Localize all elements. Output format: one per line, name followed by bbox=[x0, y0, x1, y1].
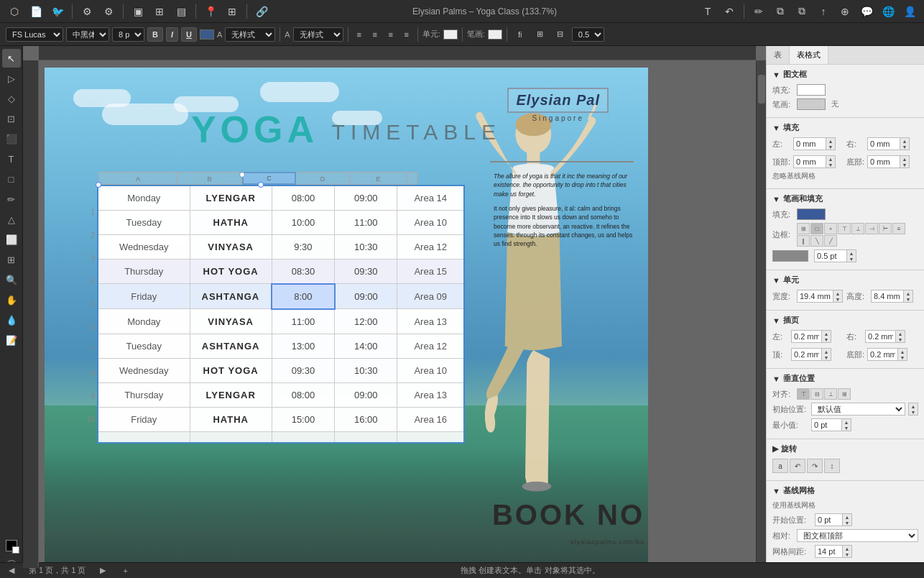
cell-height-down[interactable]: ▼ bbox=[904, 296, 913, 302]
font-size-select[interactable]: 8 pt bbox=[112, 27, 144, 42]
cell-area[interactable]: Area 15 bbox=[397, 259, 464, 284]
rot-flip[interactable]: ↕ bbox=[824, 459, 840, 473]
border-top[interactable]: ⊤ bbox=[838, 223, 851, 234]
border-left[interactable]: ⊣ bbox=[865, 223, 878, 234]
cell-day[interactable]: Wednesday bbox=[98, 234, 190, 259]
inset-top-spinners[interactable]: ▲ ▼ bbox=[821, 348, 831, 361]
valign-justify[interactable]: ⊞ bbox=[838, 388, 851, 400]
view-icon[interactable]: ▣ bbox=[129, 3, 147, 20]
pad-right-input[interactable]: ▲ ▼ bbox=[867, 137, 910, 150]
cell-start[interactable]: 08:30 bbox=[272, 259, 334, 284]
para-style-select[interactable]: 无样式 bbox=[225, 27, 275, 42]
cell-area[interactable]: Area 14 bbox=[397, 185, 464, 211]
ref-down[interactable]: ▼ bbox=[909, 409, 918, 415]
border-outer[interactable]: □ bbox=[810, 223, 823, 234]
stroke-color[interactable] bbox=[488, 29, 502, 40]
inset-bottom-down[interactable]: ▼ bbox=[898, 354, 907, 360]
min-down[interactable]: ▼ bbox=[842, 425, 851, 431]
tab-table-format[interactable]: 表格式 bbox=[790, 46, 828, 64]
opentype-icon[interactable]: fi bbox=[512, 26, 529, 43]
pad-top-spinners[interactable]: ▲ ▼ bbox=[826, 155, 836, 168]
grid-interval-input[interactable]: ▲ ▼ bbox=[815, 545, 852, 558]
pad-right-up[interactable]: ▲ bbox=[900, 138, 909, 144]
format-icon[interactable]: ⊟ bbox=[552, 26, 569, 43]
prev-page-btn[interactable]: ◀ bbox=[6, 566, 17, 575]
fs-stroke-up[interactable]: ▲ bbox=[847, 250, 856, 256]
scrollbar-vertical[interactable] bbox=[756, 60, 766, 568]
grid-rel-select[interactable]: 图文框顶部 bbox=[797, 529, 918, 542]
justify-icon[interactable]: ≡ bbox=[384, 28, 397, 41]
app-logo[interactable]: ⬡ bbox=[6, 3, 23, 20]
cell-height-up[interactable]: ▲ bbox=[904, 290, 913, 296]
cell-class[interactable]: LYENGAR bbox=[190, 382, 272, 407]
cell-day[interactable]: Monday bbox=[98, 185, 190, 211]
cell-height-input[interactable]: ▲ ▼ bbox=[871, 290, 913, 303]
tool-note[interactable]: 📝 bbox=[2, 331, 21, 349]
align-right-icon[interactable]: ≡ bbox=[400, 28, 413, 41]
file-icon[interactable]: 📄 bbox=[27, 3, 45, 20]
table-row[interactable]: MondayLYENGAR08:0009:00Area 14 bbox=[98, 185, 464, 211]
tool-pen[interactable]: ✏ bbox=[2, 190, 21, 208]
link-icon[interactable]: 🔗 bbox=[253, 3, 270, 20]
next-page-btn[interactable]: ▶ bbox=[97, 566, 108, 575]
table-row[interactable]: WednesdayVINYASA9:3010:30Area 12 bbox=[98, 234, 464, 259]
tool-hand[interactable]: ✋ bbox=[2, 290, 21, 309]
col-resize-handle[interactable] bbox=[239, 172, 245, 178]
unit-color[interactable] bbox=[443, 29, 458, 40]
border-right[interactable]: ⊢ bbox=[879, 223, 892, 234]
inset-bottom-spinners[interactable]: ▲ ▼ bbox=[897, 348, 907, 361]
user-icon[interactable]: 👤 bbox=[901, 3, 918, 20]
cell-day[interactable]: Friday bbox=[98, 284, 190, 309]
cell-class[interactable]: LYENGAR bbox=[190, 185, 272, 211]
italic-button[interactable]: I bbox=[166, 27, 178, 42]
cell-end[interactable]: 10:30 bbox=[335, 358, 397, 382]
inset-right-field[interactable] bbox=[865, 330, 895, 343]
pad-top-down[interactable]: ▼ bbox=[826, 162, 835, 168]
valign-bottom[interactable]: ⊥ bbox=[824, 388, 837, 400]
ref-up[interactable]: ▲ bbox=[909, 403, 918, 409]
cell-class[interactable]: HATHA bbox=[190, 211, 272, 235]
cell-class[interactable]: VINYASA bbox=[190, 309, 272, 334]
cell-start[interactable]: 15:00 bbox=[272, 407, 334, 431]
grid-interval-spinners[interactable]: ▲ ▼ bbox=[842, 545, 852, 558]
cell-end[interactable]: 09:30 bbox=[335, 259, 397, 284]
table-row[interactable]: TuesdayHATHA10:0011:00Area 10 bbox=[98, 211, 464, 235]
inset-right-down[interactable]: ▼ bbox=[896, 336, 905, 342]
add-page-btn[interactable]: + bbox=[120, 566, 130, 575]
rot-a[interactable]: a bbox=[772, 459, 788, 473]
grid-start-input[interactable]: ▲ ▼ bbox=[815, 513, 852, 526]
inset-right-up[interactable]: ▲ bbox=[896, 331, 905, 336]
inset-top-field[interactable] bbox=[791, 348, 821, 361]
cell-end[interactable]: 14:00 bbox=[335, 334, 397, 358]
grid-icon[interactable]: ⊞ bbox=[151, 3, 168, 20]
pad-bottom-input[interactable]: ▲ ▼ bbox=[867, 155, 910, 168]
cell-class[interactable]: ASHTANGA bbox=[190, 334, 272, 358]
cell-end[interactable]: 09:00 bbox=[335, 382, 397, 407]
table-row[interactable]: TuesdayASHTANGA13:0014:00Area 12 bbox=[98, 334, 464, 358]
preferences-icon[interactable]: ⚙ bbox=[100, 3, 117, 20]
fs-fill-swatch[interactable] bbox=[797, 208, 826, 220]
inset-top-up[interactable]: ▲ bbox=[822, 349, 831, 354]
underline-button[interactable]: U bbox=[181, 27, 197, 42]
tool-node[interactable]: ◇ bbox=[2, 89, 21, 108]
cell-class[interactable]: HOT YOGA bbox=[190, 259, 272, 284]
ref-spinners[interactable]: ▲ ▼ bbox=[908, 403, 918, 416]
cell-width-spinners[interactable]: ▲ ▼ bbox=[833, 290, 843, 303]
inset-top[interactable]: ▲ ▼ bbox=[791, 348, 831, 361]
tool-select[interactable]: ▷ bbox=[2, 69, 21, 88]
pad-top-field[interactable] bbox=[793, 155, 826, 168]
comment-icon[interactable]: 💬 bbox=[858, 3, 875, 20]
publish-icon[interactable]: 🐦 bbox=[49, 3, 66, 20]
pin-icon[interactable]: 📍 bbox=[202, 3, 219, 20]
tool-shape[interactable]: △ bbox=[2, 210, 21, 229]
pad-top-up[interactable]: ▲ bbox=[826, 156, 835, 162]
cell-area[interactable]: Area 13 bbox=[397, 382, 464, 407]
inset-left-down[interactable]: ▼ bbox=[822, 336, 831, 342]
tool-table[interactable]: ⊞ bbox=[2, 250, 21, 269]
cell-area[interactable]: Area 09 bbox=[397, 284, 464, 309]
rot-270[interactable]: ↷ bbox=[807, 459, 823, 473]
fs-stroke-down[interactable]: ▼ bbox=[847, 256, 856, 262]
cell-width-up[interactable]: ▲ bbox=[833, 290, 842, 296]
inset-right[interactable]: ▲ ▼ bbox=[865, 330, 905, 343]
font-family-select[interactable]: FS Lucas bbox=[6, 27, 63, 42]
